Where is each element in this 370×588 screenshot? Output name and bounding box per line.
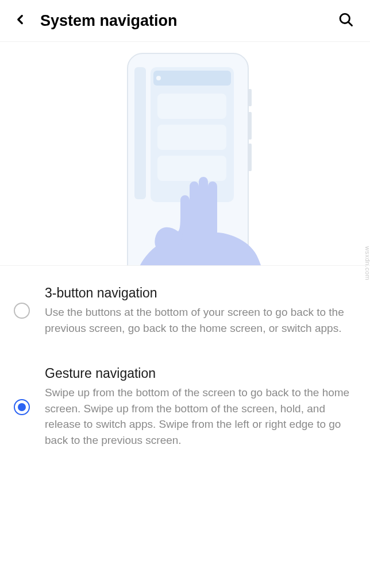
watermark: wsxdn.com xyxy=(364,246,370,281)
svg-rect-5 xyxy=(248,144,252,171)
page-title: System navigation xyxy=(40,12,178,30)
option-gesture-navigation[interactable]: Gesture navigation Swipe up from the bot… xyxy=(0,351,370,463)
option-title: 3-button navigation xyxy=(45,285,354,301)
illustration-area xyxy=(0,42,370,266)
header: System navigation xyxy=(0,0,370,42)
radio-selected-icon xyxy=(14,399,30,415)
option-text: 3-button navigation Use the buttons at t… xyxy=(45,285,354,336)
svg-rect-8 xyxy=(153,71,231,86)
option-title: Gesture navigation xyxy=(45,366,354,381)
svg-line-1 xyxy=(348,22,352,25)
phone-gesture-illustration xyxy=(82,49,288,266)
svg-rect-3 xyxy=(248,89,252,106)
option-text: Gesture navigation Swipe up from the bot… xyxy=(45,366,354,448)
svg-rect-4 xyxy=(248,112,252,140)
option-description: Swipe up from the bottom of the screen t… xyxy=(45,385,354,448)
option-3-button-navigation[interactable]: 3-button navigation Use the buttons at t… xyxy=(0,270,370,351)
header-left: System navigation xyxy=(13,12,178,30)
back-icon[interactable] xyxy=(13,12,28,29)
options-list: 3-button navigation Use the buttons at t… xyxy=(0,266,370,467)
radio-unselected-icon xyxy=(14,303,30,319)
svg-rect-6 xyxy=(134,67,146,199)
svg-rect-10 xyxy=(157,94,226,119)
option-description: Use the buttons at the bottom of your sc… xyxy=(45,304,354,336)
search-icon[interactable] xyxy=(338,11,354,30)
svg-point-9 xyxy=(156,76,161,80)
svg-rect-11 xyxy=(157,125,226,150)
svg-rect-12 xyxy=(157,156,226,181)
